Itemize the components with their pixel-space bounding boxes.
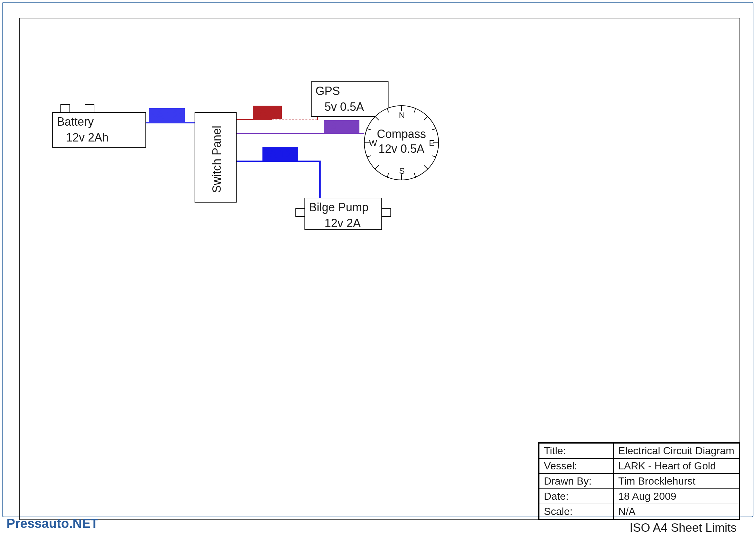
title-row: Drawn By:Tim Brocklehurst	[539, 473, 739, 489]
compass-block: N E S W Compass 12v 0.5A	[363, 104, 440, 182]
switch-panel-title: Switch Panel	[210, 126, 224, 193]
battery-terminal	[61, 104, 70, 113]
bilge-rating: 12v 2A	[305, 216, 381, 232]
switch-panel-block: Switch Panel	[195, 112, 237, 203]
battery-block: Battery 12v 2Ah	[52, 112, 146, 148]
title-row: Title:Electrical Circuit Diagram	[539, 443, 739, 458]
title-key: Vessel:	[539, 458, 613, 473]
title-row: Vessel:LARK - Heart of Gold	[539, 458, 739, 473]
compass-s: S	[399, 166, 405, 176]
wire-switch-gps	[237, 119, 272, 120]
title-val: Tim Brocklehurst	[613, 473, 739, 489]
title-val: N/A	[613, 504, 739, 519]
wire-label-battery-switch: 5A 12v	[149, 108, 185, 122]
compass-n: N	[399, 111, 405, 120]
title-val: LARK - Heart of Gold	[613, 458, 739, 473]
title-row: Date:18 Aug 2009	[539, 489, 739, 504]
bilge-terminal	[295, 208, 305, 217]
wire-switch-gps-dashed	[272, 119, 317, 120]
battery-title: Battery	[53, 113, 146, 131]
sheet-limits-label: ISO A4 Sheet Limits	[630, 521, 737, 534]
wire-label-switch-gps: 1A 5v	[253, 106, 282, 119]
compass-rating: 12v 0.5A	[363, 142, 440, 156]
sheet-frame: Battery 12v 2Ah Switch Panel GPS 5v 0.5A	[19, 18, 740, 520]
watermark: Pressauto.NET	[7, 516, 98, 531]
bilge-terminal	[381, 208, 391, 217]
bilge-title: Bilge Pump	[305, 198, 381, 216]
wire-switch-bilge-h	[237, 161, 321, 162]
title-key: Drawn By:	[539, 473, 613, 489]
title-key: Date:	[539, 489, 613, 504]
title-block: Title:Electrical Circuit Diagram Vessel:…	[538, 442, 740, 520]
title-key: Scale:	[539, 504, 613, 519]
wire-battery-switch	[146, 122, 195, 123]
wire-label-switch-compass: 1A 12v	[324, 120, 360, 134]
compass-title: Compass	[363, 127, 440, 141]
wire-label-switch-bilge: 3A 12v	[262, 147, 298, 161]
gps-title: GPS	[311, 82, 388, 100]
title-val: Electrical Circuit Diagram	[613, 443, 739, 458]
wire-switch-bilge-v	[319, 161, 321, 198]
title-row: Scale:N/A	[539, 504, 739, 519]
battery-terminal	[85, 104, 94, 113]
battery-rating: 12v 2Ah	[53, 131, 146, 146]
title-key: Title:	[539, 443, 613, 458]
bilge-pump-block: Bilge Pump 12v 2A	[305, 198, 382, 230]
wire-gps-vertical	[317, 117, 318, 120]
title-val: 18 Aug 2009	[613, 489, 739, 504]
